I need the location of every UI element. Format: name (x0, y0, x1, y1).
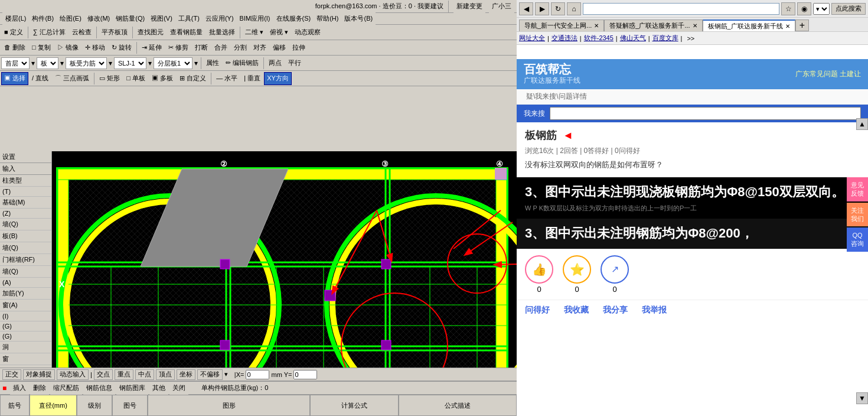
status-dynamic-input[interactable]: 动态输入 (57, 369, 89, 380)
tb-find-elem[interactable]: 查找图元 (135, 26, 167, 39)
quick-link-traffic[interactable]: 交通违法 (552, 34, 577, 43)
tab-answer[interactable]: 答疑解惑_广联达服务新千... ✕ (604, 20, 702, 31)
tb-rebar-close[interactable]: 关闭 (169, 382, 188, 395)
status-vertex[interactable]: 顶点 (156, 369, 175, 380)
menu-component[interactable]: 构件(B) (29, 12, 57, 25)
menu-tools[interactable]: 工具(T) (175, 12, 203, 25)
tab-rebar-close[interactable]: ✕ (785, 23, 790, 30)
tab-nav-close[interactable]: ✕ (594, 22, 599, 29)
tb-dynamic-view[interactable]: 动态观察 (292, 26, 324, 39)
tb-trim[interactable]: ✂ 修剪 (165, 41, 191, 54)
tb-summary[interactable]: ∑ 汇总计算 (30, 26, 68, 39)
feedback-btn[interactable]: 意见反馈 (847, 177, 868, 202)
link-report[interactable]: 我举报 (642, 305, 667, 316)
side-board-b[interactable]: 板(B) (0, 230, 51, 242)
tb-rebar-other[interactable]: 其他 (149, 382, 168, 395)
browser-back[interactable]: ◀ (519, 2, 533, 15)
browser-rss[interactable]: ◉ (797, 2, 811, 15)
tb-offset[interactable]: 偏移 (270, 41, 289, 54)
tb-move[interactable]: ✛ 移动 (82, 41, 108, 54)
floor-select[interactable]: 首层 (1, 57, 30, 69)
browser-fav[interactable]: ☆ (781, 2, 795, 15)
tb-rebar-insert[interactable]: 插入 (10, 382, 29, 395)
like-action[interactable]: 👍 0 (525, 255, 553, 294)
tb-copy[interactable]: □ 复制 (29, 41, 54, 54)
tb-edit-rebar[interactable]: ✏ 编辑钢筋 (223, 57, 262, 70)
page-search-input[interactable] (550, 107, 861, 120)
side-g2[interactable]: (G) (0, 332, 51, 342)
x-coord-input[interactable] (246, 370, 269, 379)
tb-merge[interactable]: 合并 (211, 41, 230, 54)
side-g[interactable]: (G) (0, 321, 51, 332)
share-action[interactable]: ↗ 0 (601, 255, 629, 294)
qq-btn[interactable]: QQ咨询 (847, 228, 868, 252)
scroll-down-btn[interactable]: ▼ (856, 392, 868, 404)
side-z[interactable]: (Z) (0, 209, 51, 219)
tb-rebar-delete[interactable]: 删除 (30, 382, 49, 395)
quick-link-home[interactable]: 网址大全 (519, 34, 545, 43)
y-coord-input[interactable] (293, 370, 317, 379)
quick-nav-more[interactable]: >> (687, 35, 694, 42)
tab-nav[interactable]: 导航_新一代安全上网... ✕ (519, 20, 604, 31)
address-bar[interactable]: http://e.fwxgx.com/question_1958732.h (583, 3, 779, 15)
menu-version[interactable]: 版本号(B) (341, 12, 376, 25)
status-orthogonal[interactable]: 正交 (2, 369, 21, 380)
side-t[interactable]: (T) (0, 187, 51, 197)
browser-extras-select[interactable]: ▾ (813, 3, 830, 15)
follow-btn[interactable]: 关注我们 (847, 203, 868, 227)
quick-link-weather[interactable]: 佛山天气 (620, 34, 646, 43)
side-col-type[interactable]: 柱类型 (0, 175, 51, 187)
mini-btn[interactable]: 广小三 (489, 0, 514, 13)
browser-forward[interactable]: ▶ (535, 2, 549, 15)
side-hole[interactable]: 洞 (0, 342, 51, 353)
browser-refresh[interactable]: ↻ (551, 2, 565, 15)
star-action[interactable]: ⭐ 0 (563, 255, 591, 294)
status-endpoint[interactable]: 重点 (115, 369, 133, 380)
menu-draw[interactable]: 绘图(E) (57, 12, 84, 25)
status-snap[interactable]: 对象捕捉 (23, 369, 55, 380)
side-addbar[interactable]: 加筋(Y) (0, 288, 51, 300)
tb-cloud-check[interactable]: 云检查 (69, 26, 94, 39)
layer-select[interactable]: 分层板1 (154, 57, 192, 69)
side-wall-q2[interactable]: 墙(Q) (0, 242, 51, 254)
tb-parallel[interactable]: 平行 (285, 57, 304, 70)
side-door-wall[interactable]: 门框墙(RF) (0, 254, 51, 266)
quick-link-baidu[interactable]: 百度文库 (652, 34, 678, 43)
new-tab-btn[interactable]: + (795, 20, 809, 31)
link-share[interactable]: 我分享 (603, 305, 628, 316)
tb-stretch[interactable]: 拉伸 (289, 41, 308, 54)
tb-two-point[interactable]: 两点 (266, 57, 285, 70)
side-wall-q3[interactable]: 墙(Q) (0, 266, 51, 278)
tb-align[interactable]: 对齐 (250, 41, 269, 54)
quick-link-software[interactable]: 软件-2345 (584, 34, 614, 43)
type-select[interactable]: 板 (37, 57, 58, 69)
page-content[interactable]: 百筑帮忘 广联达服务新干线 广东常见问题 土建让 疑\我来搜\问题详情 我来搜 … (517, 59, 868, 416)
menu-bim[interactable]: BIM应用(I) (237, 12, 273, 25)
link-ask-good[interactable]: 问得好 (525, 305, 550, 316)
side-win[interactable]: 窗 (0, 353, 51, 365)
menu-cloud[interactable]: 云应用(Y) (203, 12, 237, 25)
menu-floor[interactable]: 楼层(L) (2, 12, 29, 25)
tb-rotate[interactable]: ↻ 旋转 (109, 41, 135, 54)
scroll-up-btn[interactable]: ▲ (856, 118, 868, 130)
side-foundation[interactable]: 基础(M) (0, 197, 51, 209)
tb-rebar-scale[interactable]: 缩尺配筋 (50, 382, 82, 395)
tb-rebar-info[interactable]: 钢筋信息 (83, 382, 115, 395)
code-select[interactable]: SLJ-1 (114, 57, 146, 69)
menu-view[interactable]: 视图(V) (148, 12, 175, 25)
tb-rebar-lib[interactable]: 钢筋图库 (116, 382, 148, 395)
tb-break[interactable]: 打断 (192, 41, 211, 54)
subtype-select[interactable]: 板受力筋 (66, 57, 107, 69)
browser-home[interactable]: ⌂ (567, 2, 581, 15)
side-wall-q[interactable]: 墙(Q) (0, 219, 51, 230)
status-no-offset[interactable]: 不偏移 (197, 369, 223, 380)
tb-delete[interactable]: 🗑 删除 (1, 41, 28, 54)
tb-extend[interactable]: ⇥ 延伸 (139, 41, 165, 54)
new-btn[interactable]: 新建变更 (453, 0, 485, 13)
tb-2d[interactable]: 二维 ▾ (242, 26, 266, 39)
status-midpoint[interactable]: 中点 (135, 369, 154, 380)
status-coord[interactable]: 坐标 (177, 369, 195, 380)
tb-batch-select[interactable]: 批量选择 (206, 26, 238, 39)
side-i[interactable]: (I) (0, 311, 51, 321)
search-button[interactable]: 点此搜索 (831, 3, 866, 15)
